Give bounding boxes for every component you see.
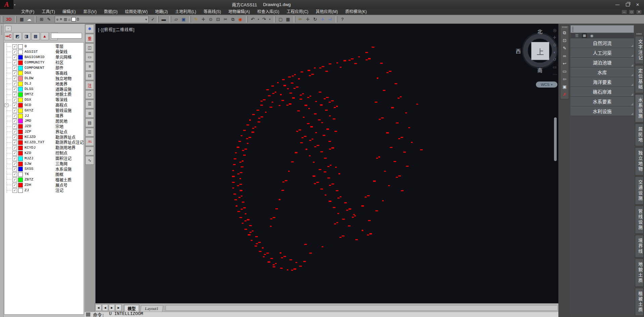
app-logo[interactable]: A (0, 0, 13, 9)
minimize-button[interactable]: — (612, 0, 623, 9)
layer-color-swatch[interactable] (18, 82, 23, 86)
layer-dropdown-icon[interactable]: ▾ (145, 18, 147, 21)
layer-row[interactable]: ✓0零层 (4, 44, 84, 49)
layer-on-off-icon[interactable]: ¤ (56, 17, 58, 21)
layer-color-swatch[interactable] (18, 71, 23, 75)
layer-row[interactable]: ✓ZBTZ植被土质 (4, 177, 84, 182)
layer-visibility-checkbox[interactable]: ✓ (12, 55, 17, 60)
restore-button[interactable] (623, 0, 633, 9)
layer-row[interactable]: ✓COMMUNITY社区 (4, 60, 84, 65)
toolbar-grip[interactable] (157, 16, 159, 22)
category-tab[interactable]: 境界线 (635, 235, 644, 258)
redo-dropdown[interactable]: ▾ (268, 16, 272, 23)
compass-west-label[interactable]: 西 (516, 47, 521, 54)
brush-button[interactable]: ✏ (297, 16, 304, 23)
palette-item[interactable]: 水库 (570, 67, 634, 77)
layer-row[interactable]: ✓DGX等高线 (4, 70, 84, 75)
layer-visibility-checkbox[interactable]: ✓ (12, 162, 17, 166)
layer-visibility-checkbox[interactable]: ✓ (12, 167, 17, 171)
layer-row[interactable]: ✓DMTZ地貌土质 (4, 92, 84, 97)
matchprop-button[interactable]: ◉ (237, 16, 244, 23)
category-tab[interactable]: 居民地 (635, 123, 644, 146)
layer-color-swatch[interactable] (18, 98, 23, 102)
3d-mode-label[interactable]: 3D (5, 17, 13, 22)
side-tool-button-7[interactable]: 注 (85, 81, 94, 90)
palette-item[interactable]: 湖泊池塘 (570, 58, 634, 67)
layer-row[interactable]: ✓KCJZD勘测界址点 (4, 134, 84, 140)
layer-row[interactable]: ✓DLSS道路设施 (4, 86, 84, 92)
layer-color-swatch[interactable] (18, 44, 23, 49)
category-tab[interactable]: 定位基础 (635, 65, 644, 93)
layer-row[interactable]: ✓JJ境界 (4, 113, 84, 118)
palette-panel-button[interactable]: ▦ (285, 16, 291, 23)
curve-tool[interactable]: ↩ (561, 60, 568, 67)
layer-row[interactable]: ✓KZD控制点 (4, 150, 84, 156)
compass-north-label[interactable]: 北 (537, 28, 542, 35)
menu-item[interactable]: 地籍(J) (151, 9, 172, 15)
layer-visibility-checkbox[interactable]: ✓ (12, 66, 17, 70)
drawing-canvas[interactable]: [-][俯视][二维线框] 上 北 南 西 东 WCS▾ ◎✛⊙◐↺▭⋯ (95, 24, 558, 303)
layer-edit-icon[interactable]: ✎ (46, 16, 52, 23)
layer-color-swatch[interactable] (18, 129, 23, 134)
layer-vp-freeze-icon[interactable]: ▥ (64, 17, 67, 21)
side-tool-button-13[interactable]: .91 (85, 137, 94, 146)
menu-item[interactable]: 工程应用(C) (283, 9, 312, 15)
layer-convert-button[interactable]: ⇒C (4, 32, 12, 40)
copy-layer-tool[interactable]: ⧉ (561, 29, 568, 36)
layer-color-swatch[interactable] (18, 114, 23, 118)
zoom-rect-tool[interactable]: ▭ (561, 68, 568, 75)
menu-item[interactable]: 其他应用(M) (312, 9, 341, 15)
layer-row[interactable]: ✓KCJZD_TXT勘测界址点注记 (4, 140, 84, 145)
layer-control-combobox[interactable]: ¤ ☀ ▥ ⌂ 0 ▾ (55, 16, 149, 23)
layout-nav-button-3[interactable]: ▶ (109, 304, 115, 311)
layer-color-swatch[interactable] (18, 140, 23, 145)
panel-collapse-button[interactable]: - (5, 26, 11, 31)
redo-button[interactable]: ↷ (261, 16, 268, 23)
command-bar[interactable]: 命令: U INTELLIZOOM (85, 312, 558, 317)
nav-icon-4[interactable]: ◐ (553, 50, 556, 55)
side-tool-button-1[interactable]: ✱ (85, 24, 94, 33)
layer-color-swatch[interactable] (18, 124, 23, 129)
layer-color-swatch[interactable] (18, 119, 23, 123)
close-button[interactable]: ✕ (633, 0, 643, 9)
layer-visibility-checkbox[interactable]: ✓ (12, 108, 17, 113)
layer-translate-icon[interactable]: ⊞ (38, 16, 45, 23)
layer-row[interactable]: ✓GXYZ管线设施 (4, 108, 84, 113)
zoom-back-tool[interactable]: ⇦ (561, 75, 568, 83)
menu-item[interactable]: 数据(D) (100, 9, 122, 15)
layer-visibility-checkbox[interactable]: ✓ (12, 98, 17, 102)
side-tool-button-10[interactable]: ≣ (85, 109, 94, 118)
layer-row[interactable]: ✓COMPONENT部件 (4, 65, 84, 70)
layer-row[interactable]: ✓JMD居民地 (4, 118, 84, 123)
palette-item[interactable]: 水系要素 (570, 97, 634, 106)
layer-visibility-checkbox[interactable]: ✓ (12, 76, 17, 81)
tab-strip-grip[interactable] (637, 33, 642, 35)
toolbar-grip[interactable] (274, 16, 276, 22)
layer-visibility-checkbox[interactable]: ✓ (12, 114, 17, 118)
zoom-window-tool[interactable]: ⊡ (561, 37, 568, 44)
category-tab[interactable]: 水系设施 (635, 94, 644, 122)
toolbar-grip[interactable] (2, 16, 3, 22)
erase-tool[interactable]: ✗ (561, 91, 568, 98)
layer-row[interactable]: ✓MJZJ面积注记 (4, 156, 84, 161)
menu-item[interactable]: 土地利用(L) (172, 9, 200, 15)
list-view-icon[interactable]: ☰ (575, 33, 579, 38)
layer-row[interactable]: ✓TK图框 (4, 171, 84, 177)
toolbar-grip[interactable] (35, 16, 37, 22)
measure-line1-button[interactable]: -/- (319, 16, 326, 23)
category-tab[interactable]: 管线设施 (635, 206, 644, 234)
layer-lock-icon[interactable]: ⌂ (68, 17, 71, 21)
menu-item[interactable]: 检查入库(G) (254, 9, 283, 15)
layer-color-swatch[interactable] (18, 55, 23, 60)
layer-color-swatch[interactable] (18, 50, 23, 54)
side-tool-button-6[interactable]: ⊟ (85, 71, 94, 80)
layer-color-swatch[interactable] (18, 162, 23, 166)
pan-button[interactable]: ✛ (200, 16, 207, 23)
menu-item[interactable]: 地物编辑(A) (225, 9, 254, 15)
layer-color-swatch[interactable] (18, 87, 23, 92)
toolbar-grip[interactable] (336, 16, 337, 22)
layer-freeze-icon[interactable]: ☀ (59, 17, 63, 21)
nav-icon-2[interactable]: ✛ (553, 35, 556, 40)
logo-dropdown-icon[interactable]: ▾ (14, 3, 15, 6)
ruler-icon[interactable]: ▬ (160, 16, 167, 23)
